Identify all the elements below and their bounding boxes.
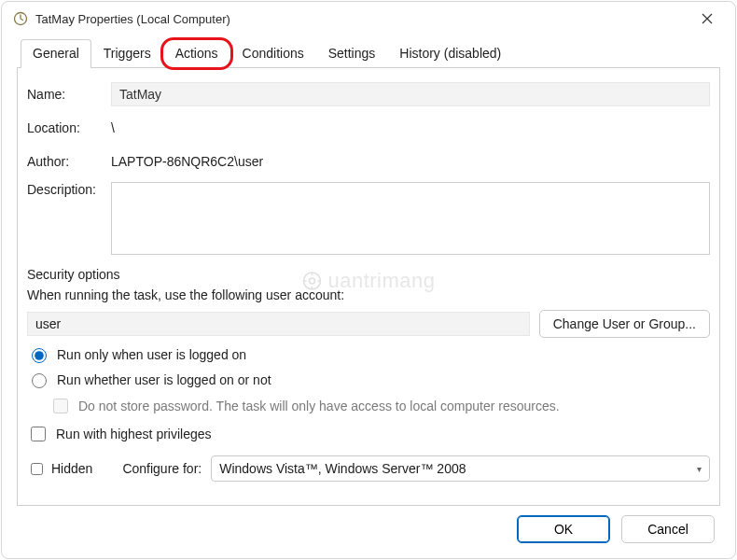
radio-run-logged-on-label: Run only when user is logged on xyxy=(57,347,246,362)
radio-run-logged-or-not-input[interactable] xyxy=(32,373,47,388)
properties-dialog: TatMay Properties (Local Computer) Gener… xyxy=(1,1,736,559)
checkbox-no-store-password-label: Do not store password. The task will onl… xyxy=(78,399,560,413)
author-value: LAPTOP-86NQR6C2\user xyxy=(111,154,263,169)
radio-run-logged-on-input[interactable] xyxy=(32,348,47,363)
tab-general-label: General xyxy=(33,46,79,61)
security-title: Security options xyxy=(27,267,710,282)
checkbox-hidden[interactable]: Hidden xyxy=(27,460,92,478)
user-account-display: user xyxy=(27,312,530,336)
row-location: Location: \ xyxy=(27,115,710,141)
dialog-content: General Triggers Actions Conditions Sett… xyxy=(2,35,735,558)
tab-panel-general: Name: Location: \ Author: LAPTOP-86NQR6C… xyxy=(17,68,720,506)
tab-triggers[interactable]: Triggers xyxy=(91,39,163,67)
dialog-buttons: OK Cancel xyxy=(17,506,720,547)
checkbox-highest-privileges[interactable]: Run with highest privileges xyxy=(27,424,710,444)
tab-actions-label: Actions xyxy=(175,46,218,61)
location-label: Location: xyxy=(27,120,111,135)
tabstrip: General Triggers Actions Conditions Sett… xyxy=(17,39,720,68)
name-label: Name: xyxy=(27,87,111,102)
checkbox-highest-privileges-label: Run with highest privileges xyxy=(56,427,212,441)
close-icon xyxy=(702,13,713,24)
checkbox-hidden-label: Hidden xyxy=(51,461,92,476)
checkbox-no-store-password: Do not store password. The task will onl… xyxy=(49,396,710,416)
tab-actions[interactable]: Actions xyxy=(163,39,230,67)
tab-triggers-label: Triggers xyxy=(104,46,151,61)
author-label: Author: xyxy=(27,154,111,169)
tab-settings[interactable]: Settings xyxy=(316,39,388,67)
titlebar: TatMay Properties (Local Computer) xyxy=(2,2,735,35)
row-author: Author: LAPTOP-86NQR6C2\user xyxy=(27,148,710,175)
close-button[interactable] xyxy=(687,5,728,33)
cancel-button[interactable]: Cancel xyxy=(621,515,715,543)
clock-icon xyxy=(13,11,28,26)
tab-history-label: History (disabled) xyxy=(399,46,501,61)
security-user-row: user Change User or Group... xyxy=(27,310,710,338)
name-input[interactable] xyxy=(111,82,710,106)
configure-for-combo[interactable]: Windows Vista™, Windows Server™ 2008 ▾ xyxy=(211,455,710,482)
location-value: \ xyxy=(111,120,115,135)
tab-settings-label: Settings xyxy=(328,46,376,61)
configure-for-label: Configure for: xyxy=(122,461,202,476)
description-label: Description: xyxy=(27,182,111,197)
bottom-row: Hidden Configure for: Windows Vista™, Wi… xyxy=(27,455,710,482)
tab-conditions-label: Conditions xyxy=(243,46,304,61)
radio-run-logged-or-not-label: Run whether user is logged on or not xyxy=(57,372,271,387)
window-title: TatMay Properties (Local Computer) xyxy=(35,12,687,26)
security-options-group: Security options When running the task, … xyxy=(27,266,710,452)
tab-general[interactable]: General xyxy=(21,39,91,68)
tab-history[interactable]: History (disabled) xyxy=(387,39,513,67)
chevron-down-icon: ▾ xyxy=(697,464,702,474)
checkbox-no-store-password-input xyxy=(53,399,68,413)
row-name: Name: xyxy=(27,81,710,107)
radio-run-logged-on[interactable]: Run only when user is logged on xyxy=(27,345,710,363)
configure-for-value: Windows Vista™, Windows Server™ 2008 xyxy=(219,461,466,476)
tab-conditions[interactable]: Conditions xyxy=(230,39,316,67)
description-input[interactable] xyxy=(111,182,710,255)
ok-button[interactable]: OK xyxy=(517,515,610,543)
checkbox-hidden-input[interactable] xyxy=(31,463,43,475)
radio-run-logged-or-not[interactable]: Run whether user is logged on or not xyxy=(27,371,710,388)
checkbox-highest-privileges-input[interactable] xyxy=(31,427,46,441)
security-prompt: When running the task, use the following… xyxy=(27,287,710,302)
row-description: Description: xyxy=(27,182,710,255)
change-user-button[interactable]: Change User or Group... xyxy=(539,310,710,338)
